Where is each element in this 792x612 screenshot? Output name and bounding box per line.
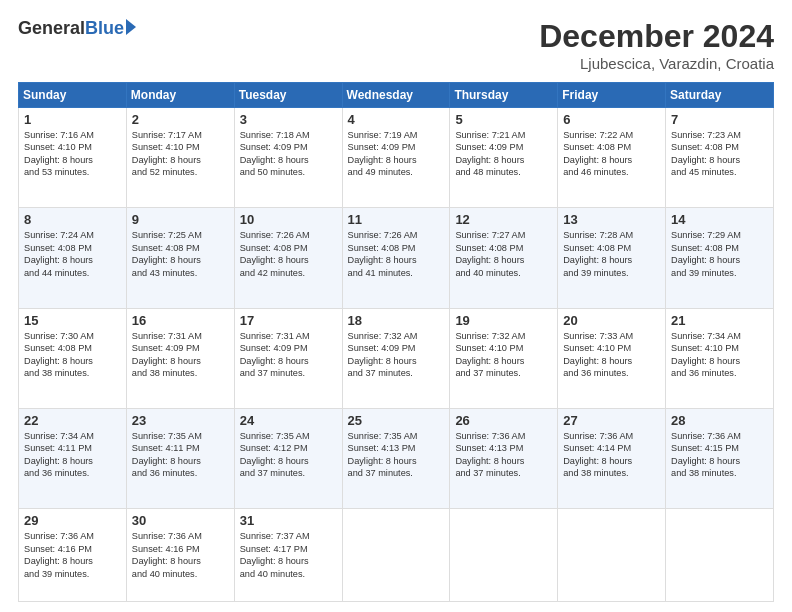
table-row: 4Sunrise: 7:19 AM Sunset: 4:09 PM Daylig… <box>342 108 450 208</box>
day-number: 27 <box>563 413 660 428</box>
day-number: 10 <box>240 212 337 227</box>
cell-text: Sunrise: 7:30 AM Sunset: 4:08 PM Dayligh… <box>24 330 121 380</box>
cell-text: Sunrise: 7:37 AM Sunset: 4:17 PM Dayligh… <box>240 530 337 580</box>
logo-blue: Blue <box>85 18 124 39</box>
cell-text: Sunrise: 7:16 AM Sunset: 4:10 PM Dayligh… <box>24 129 121 179</box>
table-row: 26Sunrise: 7:36 AM Sunset: 4:13 PM Dayli… <box>450 409 558 509</box>
table-row: 23Sunrise: 7:35 AM Sunset: 4:11 PM Dayli… <box>126 409 234 509</box>
cell-text: Sunrise: 7:26 AM Sunset: 4:08 PM Dayligh… <box>240 229 337 279</box>
day-number: 9 <box>132 212 229 227</box>
cell-text: Sunrise: 7:23 AM Sunset: 4:08 PM Dayligh… <box>671 129 768 179</box>
table-row: 29Sunrise: 7:36 AM Sunset: 4:16 PM Dayli… <box>19 509 127 602</box>
day-number: 21 <box>671 313 768 328</box>
cell-text: Sunrise: 7:36 AM Sunset: 4:13 PM Dayligh… <box>455 430 552 480</box>
col-saturday: Saturday <box>666 83 774 108</box>
day-number: 31 <box>240 513 337 528</box>
day-number: 19 <box>455 313 552 328</box>
day-number: 22 <box>24 413 121 428</box>
col-sunday: Sunday <box>19 83 127 108</box>
day-number: 28 <box>671 413 768 428</box>
cell-text: Sunrise: 7:36 AM Sunset: 4:14 PM Dayligh… <box>563 430 660 480</box>
day-number: 17 <box>240 313 337 328</box>
table-row: 10Sunrise: 7:26 AM Sunset: 4:08 PM Dayli… <box>234 208 342 308</box>
table-row: 24Sunrise: 7:35 AM Sunset: 4:12 PM Dayli… <box>234 409 342 509</box>
table-row: 19Sunrise: 7:32 AM Sunset: 4:10 PM Dayli… <box>450 308 558 408</box>
cell-text: Sunrise: 7:25 AM Sunset: 4:08 PM Dayligh… <box>132 229 229 279</box>
table-row: 21Sunrise: 7:34 AM Sunset: 4:10 PM Dayli… <box>666 308 774 408</box>
day-number: 25 <box>348 413 445 428</box>
table-row: 20Sunrise: 7:33 AM Sunset: 4:10 PM Dayli… <box>558 308 666 408</box>
day-number: 3 <box>240 112 337 127</box>
day-number: 29 <box>24 513 121 528</box>
cell-text: Sunrise: 7:35 AM Sunset: 4:11 PM Dayligh… <box>132 430 229 480</box>
day-number: 11 <box>348 212 445 227</box>
cell-text: Sunrise: 7:21 AM Sunset: 4:09 PM Dayligh… <box>455 129 552 179</box>
col-friday: Friday <box>558 83 666 108</box>
day-number: 12 <box>455 212 552 227</box>
cell-text: Sunrise: 7:34 AM Sunset: 4:11 PM Dayligh… <box>24 430 121 480</box>
day-number: 18 <box>348 313 445 328</box>
table-row: 11Sunrise: 7:26 AM Sunset: 4:08 PM Dayli… <box>342 208 450 308</box>
col-monday: Monday <box>126 83 234 108</box>
col-tuesday: Tuesday <box>234 83 342 108</box>
table-row <box>450 509 558 602</box>
table-row: 3Sunrise: 7:18 AM Sunset: 4:09 PM Daylig… <box>234 108 342 208</box>
cell-text: Sunrise: 7:24 AM Sunset: 4:08 PM Dayligh… <box>24 229 121 279</box>
table-row: 8Sunrise: 7:24 AM Sunset: 4:08 PM Daylig… <box>19 208 127 308</box>
logo-arrow-icon <box>126 19 136 35</box>
table-row: 6Sunrise: 7:22 AM Sunset: 4:08 PM Daylig… <box>558 108 666 208</box>
table-row: 12Sunrise: 7:27 AM Sunset: 4:08 PM Dayli… <box>450 208 558 308</box>
cell-text: Sunrise: 7:18 AM Sunset: 4:09 PM Dayligh… <box>240 129 337 179</box>
day-number: 6 <box>563 112 660 127</box>
cell-text: Sunrise: 7:34 AM Sunset: 4:10 PM Dayligh… <box>671 330 768 380</box>
day-number: 24 <box>240 413 337 428</box>
day-number: 13 <box>563 212 660 227</box>
cell-text: Sunrise: 7:32 AM Sunset: 4:09 PM Dayligh… <box>348 330 445 380</box>
table-row: 17Sunrise: 7:31 AM Sunset: 4:09 PM Dayli… <box>234 308 342 408</box>
col-wednesday: Wednesday <box>342 83 450 108</box>
month-title: December 2024 <box>539 18 774 55</box>
day-number: 20 <box>563 313 660 328</box>
table-row: 14Sunrise: 7:29 AM Sunset: 4:08 PM Dayli… <box>666 208 774 308</box>
table-row: 31Sunrise: 7:37 AM Sunset: 4:17 PM Dayli… <box>234 509 342 602</box>
day-number: 7 <box>671 112 768 127</box>
cell-text: Sunrise: 7:28 AM Sunset: 4:08 PM Dayligh… <box>563 229 660 279</box>
page: General Blue December 2024 Ljubescica, V… <box>0 0 792 612</box>
table-row <box>342 509 450 602</box>
cell-text: Sunrise: 7:32 AM Sunset: 4:10 PM Dayligh… <box>455 330 552 380</box>
cell-text: Sunrise: 7:27 AM Sunset: 4:08 PM Dayligh… <box>455 229 552 279</box>
table-row <box>558 509 666 602</box>
cell-text: Sunrise: 7:35 AM Sunset: 4:13 PM Dayligh… <box>348 430 445 480</box>
cell-text: Sunrise: 7:36 AM Sunset: 4:16 PM Dayligh… <box>24 530 121 580</box>
cell-text: Sunrise: 7:29 AM Sunset: 4:08 PM Dayligh… <box>671 229 768 279</box>
day-number: 23 <box>132 413 229 428</box>
cell-text: Sunrise: 7:31 AM Sunset: 4:09 PM Dayligh… <box>240 330 337 380</box>
table-row: 13Sunrise: 7:28 AM Sunset: 4:08 PM Dayli… <box>558 208 666 308</box>
table-row: 30Sunrise: 7:36 AM Sunset: 4:16 PM Dayli… <box>126 509 234 602</box>
table-row: 9Sunrise: 7:25 AM Sunset: 4:08 PM Daylig… <box>126 208 234 308</box>
table-row: 22Sunrise: 7:34 AM Sunset: 4:11 PM Dayli… <box>19 409 127 509</box>
cell-text: Sunrise: 7:22 AM Sunset: 4:08 PM Dayligh… <box>563 129 660 179</box>
table-row <box>666 509 774 602</box>
cell-text: Sunrise: 7:17 AM Sunset: 4:10 PM Dayligh… <box>132 129 229 179</box>
calendar-table: Sunday Monday Tuesday Wednesday Thursday… <box>18 82 774 602</box>
cell-text: Sunrise: 7:36 AM Sunset: 4:15 PM Dayligh… <box>671 430 768 480</box>
table-row: 7Sunrise: 7:23 AM Sunset: 4:08 PM Daylig… <box>666 108 774 208</box>
cell-text: Sunrise: 7:36 AM Sunset: 4:16 PM Dayligh… <box>132 530 229 580</box>
day-number: 4 <box>348 112 445 127</box>
day-number: 2 <box>132 112 229 127</box>
location: Ljubescica, Varazdin, Croatia <box>539 55 774 72</box>
day-number: 30 <box>132 513 229 528</box>
day-number: 15 <box>24 313 121 328</box>
table-row: 1Sunrise: 7:16 AM Sunset: 4:10 PM Daylig… <box>19 108 127 208</box>
day-number: 8 <box>24 212 121 227</box>
table-row: 28Sunrise: 7:36 AM Sunset: 4:15 PM Dayli… <box>666 409 774 509</box>
table-row: 15Sunrise: 7:30 AM Sunset: 4:08 PM Dayli… <box>19 308 127 408</box>
col-thursday: Thursday <box>450 83 558 108</box>
cell-text: Sunrise: 7:26 AM Sunset: 4:08 PM Dayligh… <box>348 229 445 279</box>
logo: General Blue <box>18 18 136 39</box>
title-block: December 2024 Ljubescica, Varazdin, Croa… <box>539 18 774 72</box>
table-row: 16Sunrise: 7:31 AM Sunset: 4:09 PM Dayli… <box>126 308 234 408</box>
cell-text: Sunrise: 7:31 AM Sunset: 4:09 PM Dayligh… <box>132 330 229 380</box>
header: General Blue December 2024 Ljubescica, V… <box>18 18 774 72</box>
